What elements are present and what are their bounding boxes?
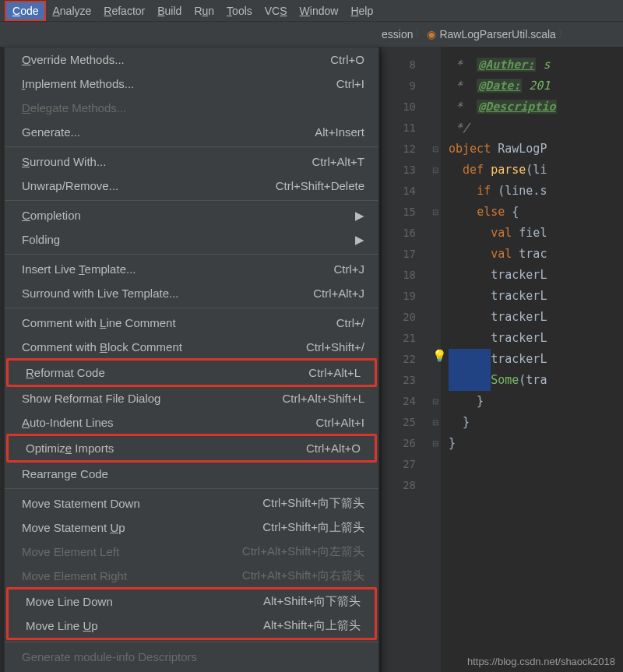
menu-item-comment-with-block-comment[interactable]: Comment with Block CommentCtrl+Shift+/ xyxy=(5,335,378,359)
code-line[interactable]: } xyxy=(449,433,623,454)
line-number: 8 xyxy=(382,55,416,76)
menubar-item-refactor[interactable]: Refactor xyxy=(97,2,151,19)
code-line[interactable]: val fiel xyxy=(449,223,623,244)
menu-item-label: Auto-Indent Lines xyxy=(22,416,315,429)
menu-shortcut: Ctrl+Shift+/ xyxy=(306,340,364,354)
menu-item-implement-methods[interactable]: Implement Methods...Ctrl+I xyxy=(5,72,378,96)
breadcrumb-file-label: RawLogParserUtil.scala xyxy=(439,28,555,40)
menu-item-surround-with[interactable]: Surround With...Ctrl+Alt+T xyxy=(5,150,378,174)
fold-marker[interactable]: ⊟ xyxy=(430,391,441,412)
code-line[interactable] xyxy=(449,475,623,496)
code-line[interactable]: * @Auther: s xyxy=(449,55,623,76)
menu-shortcut: Ctrl+Alt+Shift+向右箭头 xyxy=(242,568,364,583)
menu-item-update-copyright[interactable]: Update Copyright... xyxy=(5,669,378,672)
code-line[interactable]: trackerL xyxy=(449,286,623,307)
code-line[interactable]: trackerL xyxy=(449,265,623,286)
menu-item-completion[interactable]: Completion▶ xyxy=(5,203,378,227)
code-line[interactable]: val trac xyxy=(449,244,623,265)
fold-marker xyxy=(430,97,441,118)
menu-item-move-element-right: Move Element RightCtrl+Alt+Shift+向右箭头 xyxy=(5,564,378,588)
menu-shortcut: Ctrl+Alt+L xyxy=(308,366,361,379)
code-area[interactable]: * @Auther: s * @Date: 201 * @Descriptio … xyxy=(441,47,623,672)
menu-item-move-line-up[interactable]: Move Line UpAlt+Shift+向上箭头 xyxy=(9,614,375,638)
fold-marker[interactable]: ⊟ xyxy=(430,160,441,181)
menu-item-label: Move Element Right xyxy=(22,569,242,582)
fold-marker xyxy=(430,370,441,391)
menu-item-rearrange-code[interactable]: Rearrange Code xyxy=(5,462,378,486)
breadcrumb: ession 〉 ◉ RawLogParserUtil.scala 〉 xyxy=(0,22,623,47)
fold-marker[interactable]: ⊟ xyxy=(430,202,441,223)
menu-item-optimize-imports[interactable]: Optimize ImportsCtrl+Alt+O xyxy=(9,436,375,460)
line-number: 21 xyxy=(382,328,416,349)
menubar-item-window[interactable]: Window xyxy=(294,2,345,19)
menubar-item-tools[interactable]: Tools xyxy=(220,2,259,19)
code-line[interactable]: trackerL xyxy=(449,328,623,349)
code-line[interactable]: * @Descriptio xyxy=(449,97,623,118)
menu-item-label: Generate... xyxy=(22,125,315,139)
menubar-item-code[interactable]: Code xyxy=(5,1,46,21)
menu-separator xyxy=(5,200,378,201)
line-number: 22 xyxy=(382,349,416,370)
code-editor[interactable]: 8910111213141516171819202122232425262728… xyxy=(382,47,623,672)
menu-shortcut: Ctrl+I xyxy=(336,77,364,90)
menubar-item-vcs[interactable]: VCS xyxy=(259,2,294,19)
menu-item-generate[interactable]: Generate...Alt+Insert xyxy=(5,120,378,144)
fold-marker xyxy=(430,286,441,307)
code-line[interactable]: if (line.s xyxy=(449,181,623,202)
menu-item-unwrap-remove[interactable]: Unwrap/Remove...Ctrl+Shift+Delete xyxy=(5,174,378,198)
code-line[interactable]: object RawLogP xyxy=(449,139,623,160)
menu-item-move-statement-up[interactable]: Move Statement UpCtrl+Shift+向上箭头 xyxy=(5,515,378,540)
code-menu-dropdown: Override Methods...Ctrl+OImplement Metho… xyxy=(4,47,379,672)
breadcrumb-file[interactable]: ◉ RawLogParserUtil.scala xyxy=(427,28,555,40)
menu-shortcut: Ctrl+J xyxy=(333,262,364,276)
fold-marker xyxy=(430,307,441,328)
line-number: 28 xyxy=(382,475,416,496)
menu-separator xyxy=(5,308,378,308)
menu-shortcut: Alt+Shift+向上箭头 xyxy=(263,618,361,633)
menu-item-comment-with-line-comment[interactable]: Comment with Line CommentCtrl+/ xyxy=(5,311,378,335)
menubar-item-help[interactable]: Help xyxy=(344,2,379,19)
menu-separator xyxy=(5,642,378,642)
code-line[interactable]: } xyxy=(449,412,623,433)
line-number: 12 xyxy=(382,139,416,160)
menu-shortcut: Ctrl+Shift+Delete xyxy=(276,179,364,192)
fold-marker[interactable]: ⊟ xyxy=(430,433,441,454)
fold-marker[interactable]: ⊟ xyxy=(430,412,441,433)
menu-item-move-statement-down[interactable]: Move Statement DownCtrl+Shift+向下箭头 xyxy=(5,491,378,515)
menu-item-reformat-code[interactable]: Reformat CodeCtrl+Alt+L xyxy=(9,361,375,385)
fold-marker[interactable]: ⊟ xyxy=(430,139,441,160)
menu-item-folding[interactable]: Folding▶ xyxy=(5,227,378,252)
menu-separator xyxy=(5,254,378,255)
code-line[interactable]: } xyxy=(449,391,623,412)
fold-marker xyxy=(430,475,441,496)
menu-item-insert-live-template[interactable]: Insert Live Template...Ctrl+J xyxy=(5,257,378,281)
highlight-box: Move Line DownAlt+Shift+向下箭头Move Line Up… xyxy=(6,587,377,640)
code-line[interactable]: def parse(li xyxy=(449,160,623,181)
menubar-item-analyze[interactable]: Analyze xyxy=(46,2,97,19)
line-number: 18 xyxy=(382,265,416,286)
line-number: 16 xyxy=(382,223,416,244)
code-line[interactable]: Some(tra xyxy=(449,370,623,391)
menu-item-surround-with-live-template[interactable]: Surround with Live Template...Ctrl+Alt+J xyxy=(5,281,378,305)
menu-item-move-line-down[interactable]: Move Line DownAlt+Shift+向下箭头 xyxy=(9,589,375,614)
code-line[interactable] xyxy=(449,454,623,475)
line-number: 14 xyxy=(382,181,416,202)
watermark-text: https://blog.csdn.net/shaock2018 xyxy=(467,656,615,667)
submenu-arrow-icon: ▶ xyxy=(355,233,364,247)
menu-item-auto-indent-lines[interactable]: Auto-Indent LinesCtrl+Alt+I xyxy=(5,410,378,435)
code-line[interactable]: */ xyxy=(449,118,623,139)
menu-item-show-reformat-file-dialog[interactable]: Show Reformat File DialogCtrl+Alt+Shift+… xyxy=(5,386,378,410)
menu-shortcut: Ctrl+Shift+向下箭头 xyxy=(262,496,364,511)
menu-item-label: Show Reformat File Dialog xyxy=(22,392,283,405)
menubar-item-run[interactable]: Run xyxy=(188,2,220,19)
menu-item-label: Optimize Imports xyxy=(26,442,306,455)
menu-shortcut: Ctrl+Alt+O xyxy=(306,442,361,455)
menubar-item-build[interactable]: Build xyxy=(151,2,188,19)
code-line[interactable]: trackerL xyxy=(449,349,623,370)
code-line[interactable]: trackerL xyxy=(449,307,623,328)
code-line[interactable]: else { xyxy=(449,202,623,223)
breadcrumb-folder[interactable]: ession xyxy=(382,28,413,40)
menu-item-override-methods[interactable]: Override Methods...Ctrl+O xyxy=(5,47,378,72)
code-line[interactable]: * @Date: 201 xyxy=(449,76,623,97)
intention-bulb-icon[interactable]: 💡 xyxy=(432,349,447,363)
